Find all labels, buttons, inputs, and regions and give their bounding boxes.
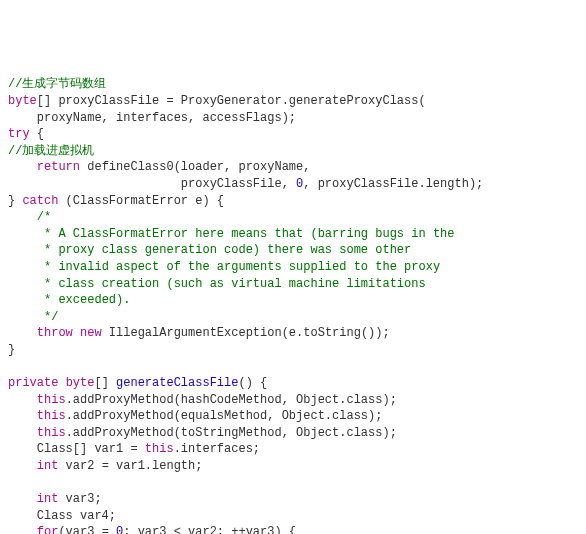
- code-line: [8, 358, 578, 375]
- code-token: this: [37, 393, 66, 407]
- code-line: return defineClass0(loader, proxyName,: [8, 159, 578, 176]
- code-token: * proxy class generation code) there was…: [44, 243, 411, 257]
- code-token: catch: [22, 194, 58, 208]
- code-token: [8, 326, 37, 340]
- code-line: * exceeded).: [8, 292, 578, 309]
- code-token: .addProxyMethod(toStringMethod, Object.c…: [66, 426, 397, 440]
- code-token: try: [8, 127, 30, 141]
- code-token: defineClass0(loader, proxyName,: [80, 160, 310, 174]
- code-line: throw new IllegalArgumentException(e.toS…: [8, 325, 578, 342]
- code-line: proxyClassFile, 0, proxyClassFile.length…: [8, 176, 578, 193]
- code-token: [8, 243, 44, 257]
- code-token: [8, 310, 44, 324]
- code-token: }: [8, 194, 22, 208]
- code-line: }: [8, 342, 578, 359]
- code-token: byte: [8, 94, 37, 108]
- code-token: [8, 459, 37, 473]
- code-token: */: [44, 310, 58, 324]
- code-line: * invalid aspect of the arguments suppli…: [8, 259, 578, 276]
- code-line: this.addProxyMethod(toStringMethod, Obje…: [8, 425, 578, 442]
- code-token: this: [37, 409, 66, 423]
- code-token: return: [37, 160, 80, 174]
- code-token: * A ClassFormatError here means that (ba…: [44, 227, 454, 241]
- code-line: [8, 475, 578, 492]
- code-token: proxyName, interfaces, accessFlags);: [8, 111, 296, 125]
- code-token: () {: [238, 376, 267, 390]
- code-line: int var2 = var1.length;: [8, 458, 578, 475]
- code-token: (var3 =: [58, 525, 116, 534]
- code-token: .addProxyMethod(hashCodeMethod, Object.c…: [66, 393, 397, 407]
- code-line: * class creation (such as virtual machin…: [8, 276, 578, 293]
- code-token: IllegalArgumentException(e.toString());: [102, 326, 390, 340]
- code-line: //加载进虚拟机: [8, 143, 578, 160]
- code-token: ; var3 < var2; ++var3) {: [123, 525, 296, 534]
- code-token: private: [8, 376, 58, 390]
- code-token: {: [30, 127, 44, 141]
- code-line: * A ClassFormatError here means that (ba…: [8, 226, 578, 243]
- code-token: this: [145, 442, 174, 456]
- code-token: generateClassFile: [116, 376, 238, 390]
- code-line: Class var4;: [8, 508, 578, 525]
- code-line: this.addProxyMethod(hashCodeMethod, Obje…: [8, 392, 578, 409]
- code-token: throw: [37, 326, 73, 340]
- code-line: proxyName, interfaces, accessFlags);: [8, 110, 578, 127]
- code-token: var2 = var1.length;: [58, 459, 202, 473]
- code-token: Class var4;: [8, 509, 116, 523]
- code-token: [] proxyClassFile = ProxyGenerator.gener…: [37, 94, 426, 108]
- code-line: //生成字节码数组: [8, 76, 578, 93]
- code-token: /*: [37, 210, 51, 224]
- code-token: }: [8, 343, 15, 357]
- code-token: new: [80, 326, 102, 340]
- code-token: [8, 227, 44, 241]
- code-line: this.addProxyMethod(equalsMethod, Object…: [8, 408, 578, 425]
- code-token: [8, 210, 37, 224]
- code-token: [8, 426, 37, 440]
- code-token: var3;: [58, 492, 101, 506]
- code-token: [8, 293, 44, 307]
- code-token: .addProxyMethod(equalsMethod, Object.cla…: [66, 409, 383, 423]
- code-token: [73, 326, 80, 340]
- code-token: [8, 160, 37, 174]
- code-token: for: [37, 525, 59, 534]
- code-token: .interfaces;: [174, 442, 260, 456]
- code-token: byte: [66, 376, 95, 390]
- code-token: this: [37, 426, 66, 440]
- code-line: Class[] var1 = this.interfaces;: [8, 441, 578, 458]
- code-line: byte[] proxyClassFile = ProxyGenerator.g…: [8, 93, 578, 110]
- code-line: } catch (ClassFormatError e) {: [8, 193, 578, 210]
- code-token: //加载进虚拟机: [8, 144, 94, 158]
- code-token: (ClassFormatError e) {: [58, 194, 224, 208]
- code-line: */: [8, 309, 578, 326]
- code-token: []: [94, 376, 116, 390]
- code-token: Class[] var1 =: [8, 442, 145, 456]
- code-token: [8, 525, 37, 534]
- code-token: //生成字节码数组: [8, 77, 106, 91]
- code-token: [58, 376, 65, 390]
- code-token: [8, 393, 37, 407]
- code-token: [8, 492, 37, 506]
- code-line: /*: [8, 209, 578, 226]
- code-token: [8, 409, 37, 423]
- code-token: [8, 277, 44, 291]
- code-line: try {: [8, 126, 578, 143]
- code-token: * invalid aspect of the arguments suppli…: [44, 260, 440, 274]
- code-token: int: [37, 492, 59, 506]
- code-line: private byte[] generateClassFile() {: [8, 375, 578, 392]
- code-token: , proxyClassFile.length);: [303, 177, 483, 191]
- code-token: * exceeded).: [44, 293, 130, 307]
- code-block: //生成字节码数组byte[] proxyClassFile = ProxyGe…: [8, 76, 578, 534]
- code-line: * proxy class generation code) there was…: [8, 242, 578, 259]
- code-token: * class creation (such as virtual machin…: [44, 277, 426, 291]
- code-line: int var3;: [8, 491, 578, 508]
- code-token: [8, 260, 44, 274]
- code-token: proxyClassFile,: [8, 177, 296, 191]
- code-line: for(var3 = 0; var3 < var2; ++var3) {: [8, 524, 578, 534]
- code-token: int: [37, 459, 59, 473]
